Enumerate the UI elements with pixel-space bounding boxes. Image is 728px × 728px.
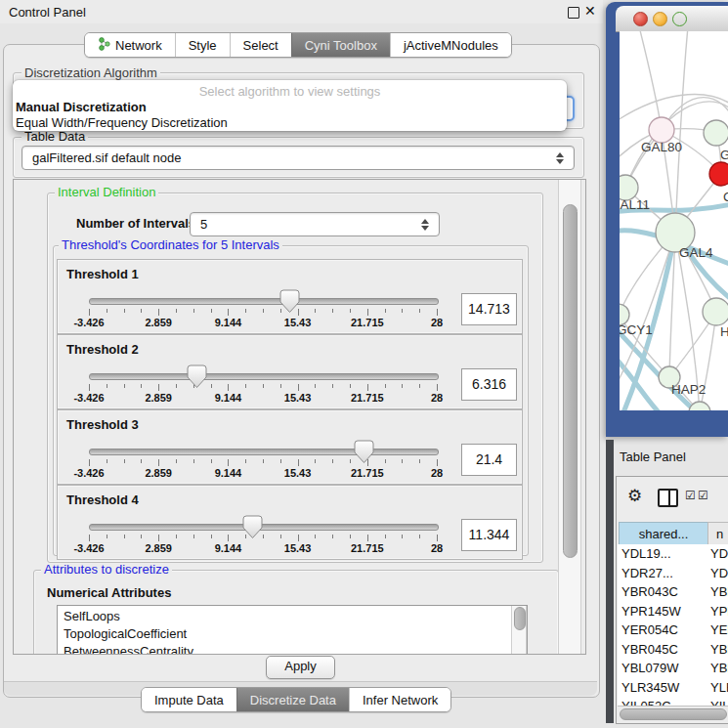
table-hscrollbar[interactable] [618,706,728,721]
float-window-icon[interactable] [568,7,579,19]
table-cell[interactable]: YIL0 [710,699,728,706]
table-cell[interactable]: YBR0 [710,642,728,657]
tab-impute-data[interactable]: Impute Data [142,688,236,711]
settings-scrollbar-thumb[interactable] [563,204,578,558]
table-row[interactable]: YBR043CYBR0 [618,582,728,602]
table-cell[interactable]: YDR2 [710,566,728,580]
tab-network[interactable]: Network [85,33,175,57]
table-cell[interactable]: YLR3 [710,680,728,695]
slider-tick [124,535,125,538]
apply-button-label: Apply [284,659,317,673]
algorithm-option[interactable]: Equal Width/Frequency Discretization [16,115,228,130]
table-cell[interactable]: YDL19... [621,546,671,561]
slider-track[interactable] [89,373,439,380]
table-cell[interactable]: YPR145W [621,604,681,619]
number-of-intervals-combobox[interactable]: 5 [190,212,440,236]
slider-tick [298,459,299,466]
threshold-value-field[interactable]: 14.713 [461,293,517,325]
slider-track[interactable] [89,298,439,305]
table-row[interactable]: YER054CYER0 [618,621,728,640]
gear-icon[interactable]: ⚙ [627,486,642,506]
checkbox-icon[interactable]: ☑ [685,489,696,502]
zoom-traffic-light[interactable] [672,12,687,26]
table-cell[interactable]: YBL079W [621,661,679,675]
threshold-value-field[interactable]: 11.344 [461,519,517,551]
attribute-list-item[interactable]: TopologicalCoefficient [64,626,187,641]
table-cell[interactable]: YPR1 [710,604,728,619]
apply-button[interactable]: Apply [266,656,335,679]
slider-thumb[interactable] [279,289,300,314]
network-node[interactable] [709,162,728,186]
minimize-traffic-light[interactable] [653,12,667,26]
split-pane-icon[interactable] [658,489,678,507]
table-cell[interactable]: YBR045C [621,642,678,657]
attribute-list-item[interactable]: BetweennessCentrality [64,644,193,655]
slider-tick-label: 15.43 [284,317,312,328]
list-scrollbar[interactable] [511,606,527,655]
slider-tick [367,309,368,316]
table-cell[interactable]: YBL0 [710,661,728,675]
slider-tick-label: 2.859 [145,317,172,328]
network-node-label: GAL4 [679,245,713,260]
tab-label: Select [243,38,278,53]
table-hscrollbar-thumb[interactable] [620,708,727,720]
table-column-header[interactable]: n [707,522,728,546]
slider-tick [332,535,333,538]
table-cell[interactable]: YLR345W [621,680,679,695]
thresholds-group-title: Threshold's Coordinates for 5 Intervals [59,238,282,251]
table-cell[interactable]: YER0 [710,622,728,637]
slider-tick-label: 15.43 [284,467,312,479]
table-row[interactable]: YDR27...YDR2 [618,564,728,583]
algorithm-option[interactable]: Manual Discretization [16,100,147,114]
tab-jactivemnodules[interactable]: jActiveMNodules [390,33,511,57]
tab-cyni-toolbox[interactable]: Cyni Toolbox [291,33,390,57]
threshold-value-field[interactable]: 6.316 [461,368,517,401]
attribute-list-item[interactable]: SelfLoops [64,609,120,623]
settings-scrollbar[interactable] [558,180,581,654]
table-row[interactable]: YBL079WYBL0 [618,659,728,678]
table-cell[interactable]: YER054C [621,622,678,637]
tab-select[interactable]: Select [230,33,291,57]
close-traffic-light[interactable] [633,12,648,26]
slider-tick [107,309,107,313]
table-row[interactable]: YDL19...YDL1 [618,544,728,564]
table-row[interactable]: YIL052CYIL0 [618,697,728,706]
slider-tick [419,309,420,313]
table-cell[interactable]: YDL1 [710,546,728,561]
slider-track[interactable] [89,524,439,531]
slider-tick [158,309,159,316]
list-scrollbar-thumb[interactable] [514,607,526,630]
table-column-header[interactable]: shared... [619,522,708,546]
close-panel-icon[interactable]: ✕ [584,3,596,19]
network-node[interactable] [704,120,728,146]
slider-tick [158,535,159,541]
table-row[interactable]: YPR145WYPR1 [618,602,728,621]
slider-tick [437,309,438,316]
table-cell[interactable]: YBR043C [621,584,678,599]
numerical-attributes-list[interactable]: SelfLoopsTopologicalCoefficientBetweenne… [57,605,528,655]
slider-tick [332,309,333,313]
threshold-value-field[interactable]: 21.4 [461,444,517,476]
table-cell[interactable]: YIL052C [621,699,671,706]
tab-infer-network[interactable]: Infer Network [349,688,450,711]
tab-style[interactable]: Style [175,33,230,57]
table-panel-title: Table Panel [620,450,686,464]
network-node[interactable] [703,298,728,325]
slider-tick-label: 21.715 [351,542,384,554]
table-row[interactable]: YBR045CYBR0 [618,640,728,660]
checkbox-icon[interactable]: ☑ [698,489,708,502]
table-data-combobox[interactable]: galFiltered.sif default node [21,146,575,170]
slider-tick [245,459,246,463]
table-cell[interactable]: YBR0 [710,584,728,599]
slider-thumb[interactable] [242,515,263,539]
table-row[interactable]: YLR345WYLR3 [618,678,728,698]
network-node-label: GA [720,148,728,162]
slider-track[interactable] [89,449,439,455]
tab-discretize-data[interactable]: Discretize Data [236,688,349,711]
network-canvas[interactable]: GAL80GACGAL11GAL4GCY1HHAP2 [620,31,728,410]
slider-tick [176,309,177,313]
slider-thumb[interactable] [354,440,374,464]
slider-thumb[interactable] [187,364,207,389]
slider-tick [141,309,142,313]
table-cell[interactable]: YDR27... [621,566,673,580]
